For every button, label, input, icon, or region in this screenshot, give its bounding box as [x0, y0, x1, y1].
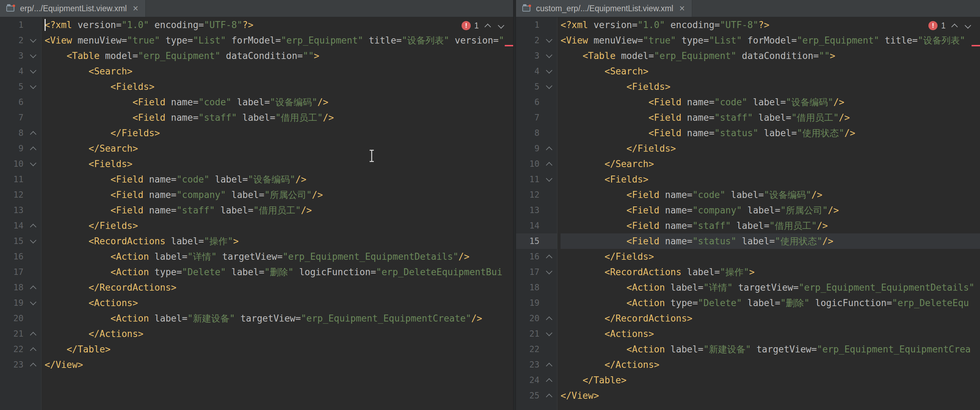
code-line[interactable]: </View>	[45, 357, 513, 372]
line-number[interactable]: 4	[516, 66, 542, 76]
line-number[interactable]: 8	[516, 128, 542, 138]
gutter-row[interactable]: 17	[516, 264, 557, 280]
code-line[interactable]: <Field name="company" label="所属公司"/>	[560, 203, 980, 218]
fold-icon[interactable]	[26, 141, 41, 156]
editor-tab-right[interactable]: custom_erp/.../EquipmentList.view.xml ×	[516, 0, 692, 17]
code-line[interactable]: <Action label="详情" targetView="erp_Equip…	[45, 249, 513, 264]
code-line[interactable]: <View menuView="true" type="List" forMod…	[45, 33, 513, 48]
code-line[interactable]: <Fields>	[45, 79, 513, 94]
fold-icon[interactable]	[26, 326, 41, 342]
code-line[interactable]: <RecordActions label="操作">	[560, 264, 980, 280]
gutter-row[interactable]: 6	[0, 94, 41, 110]
line-number[interactable]: 3	[516, 51, 542, 61]
fold-icon[interactable]	[542, 64, 557, 79]
code-line[interactable]: <Action type="Delete" label="删除" logicFu…	[45, 264, 513, 280]
fold-icon[interactable]	[26, 342, 41, 357]
fold-icon[interactable]	[542, 48, 557, 64]
line-number[interactable]: 14	[516, 221, 542, 230]
editor-tab-left[interactable]: erp/.../EquipmentList.view.xml ×	[0, 0, 146, 17]
code-line[interactable]: </Table>	[560, 372, 980, 388]
code-line[interactable]: <Search>	[45, 64, 513, 79]
code-line[interactable]: <Actions>	[560, 326, 980, 342]
gutter-row[interactable]: 4	[516, 64, 557, 79]
line-number[interactable]: 13	[516, 205, 542, 215]
gutter-row[interactable]: 10	[516, 156, 557, 172]
line-number[interactable]: 13	[0, 205, 26, 215]
line-number[interactable]: 6	[516, 97, 542, 107]
line-number[interactable]: 15	[516, 236, 542, 246]
gutter-row[interactable]: 8	[516, 125, 557, 141]
code-line[interactable]: <Field name="status" label="使用状态"/>	[560, 234, 980, 249]
line-number[interactable]: 17	[516, 267, 542, 277]
code-area-right[interactable]: <?xml version="1.0" encoding="UTF-8"?><V…	[557, 17, 980, 410]
fold-icon[interactable]	[542, 33, 557, 48]
fold-icon[interactable]	[542, 172, 557, 187]
gutter-row[interactable]: 8	[0, 125, 41, 141]
line-number[interactable]: 24	[516, 375, 542, 385]
code-line[interactable]: <Field name="staff" label="借用员工"/>	[560, 110, 980, 125]
line-number[interactable]: 6	[0, 97, 26, 107]
gutter-row[interactable]: 22	[0, 342, 41, 357]
gutter-row[interactable]: 3	[0, 48, 41, 64]
gutter-row[interactable]: 18	[516, 280, 557, 295]
line-number[interactable]: 12	[516, 190, 542, 200]
code-line[interactable]: <Field name="staff" label="借用员工"/>	[45, 110, 513, 125]
code-line[interactable]: <Field name="status" label="使用状态"/>	[560, 125, 980, 141]
code-line[interactable]: </Fields>	[45, 218, 513, 234]
line-number[interactable]: 17	[0, 267, 26, 277]
line-number[interactable]: 20	[0, 313, 26, 323]
line-number[interactable]: 10	[0, 159, 26, 169]
line-number[interactable]: 18	[0, 283, 26, 292]
line-number[interactable]: 20	[516, 313, 542, 323]
prev-error-chevron-icon[interactable]	[949, 21, 959, 30]
next-error-chevron-icon[interactable]	[963, 21, 972, 30]
line-number[interactable]: 23	[516, 360, 542, 370]
line-number[interactable]: 2	[0, 35, 26, 45]
gutter-row[interactable]: 19	[516, 295, 557, 311]
gutter-row[interactable]: 25	[516, 388, 557, 403]
line-number[interactable]: 7	[516, 113, 542, 122]
gutter-row[interactable]: 10	[0, 156, 41, 172]
gutter-row[interactable]: 12	[516, 187, 557, 203]
fold-icon[interactable]	[26, 48, 41, 64]
fold-icon[interactable]	[542, 79, 557, 94]
code-line[interactable]: </Search>	[560, 156, 980, 172]
line-number[interactable]: 19	[516, 298, 542, 308]
gutter-row[interactable]: 7	[0, 110, 41, 125]
fold-icon[interactable]	[26, 156, 41, 172]
line-number[interactable]: 2	[516, 35, 542, 45]
code-line[interactable]: <?xml version="1.0" encoding="UTF-8"?>	[45, 17, 513, 33]
code-line[interactable]: </RecordActions>	[560, 311, 980, 326]
gutter-row[interactable]: 14	[516, 218, 557, 234]
gutter-row[interactable]: 11	[0, 172, 41, 187]
gutter-row[interactable]: 6	[516, 94, 557, 110]
line-number[interactable]: 16	[0, 252, 26, 262]
fold-icon[interactable]	[26, 125, 41, 141]
code-line[interactable]: <Action type="Delete" label="删除" logicFu…	[560, 295, 980, 311]
gutter-row[interactable]: 18	[0, 280, 41, 295]
fold-icon[interactable]	[542, 311, 557, 326]
error-icon[interactable]: !	[461, 21, 471, 30]
line-number[interactable]: 8	[0, 128, 26, 138]
pane-splitter[interactable]	[513, 0, 516, 410]
line-number[interactable]: 15	[0, 236, 26, 246]
line-number[interactable]: 22	[0, 344, 26, 354]
close-tab-icon[interactable]: ×	[133, 4, 138, 13]
line-number[interactable]: 25	[516, 391, 542, 400]
gutter-row[interactable]: 21	[516, 326, 557, 342]
code-line[interactable]: </Actions>	[560, 357, 980, 372]
gutter-row[interactable]: 19	[0, 295, 41, 311]
fold-icon[interactable]	[26, 79, 41, 94]
gutter-row[interactable]: 7	[516, 110, 557, 125]
line-number[interactable]: 3	[0, 51, 26, 61]
line-number[interactable]: 21	[0, 329, 26, 339]
gutter-row[interactable]: 1	[516, 17, 557, 33]
gutter-row[interactable]: 20	[0, 311, 41, 326]
code-line[interactable]: <Fields>	[560, 172, 980, 187]
gutter-row[interactable]: 5	[0, 79, 41, 94]
line-number[interactable]: 4	[0, 66, 26, 76]
code-line[interactable]: <Field name="staff" label="借用员工"/>	[45, 203, 513, 218]
fold-icon[interactable]	[26, 218, 41, 234]
code-line[interactable]: <Table model="erp_Equipment" dataConditi…	[560, 48, 980, 64]
line-number[interactable]: 14	[0, 221, 26, 230]
